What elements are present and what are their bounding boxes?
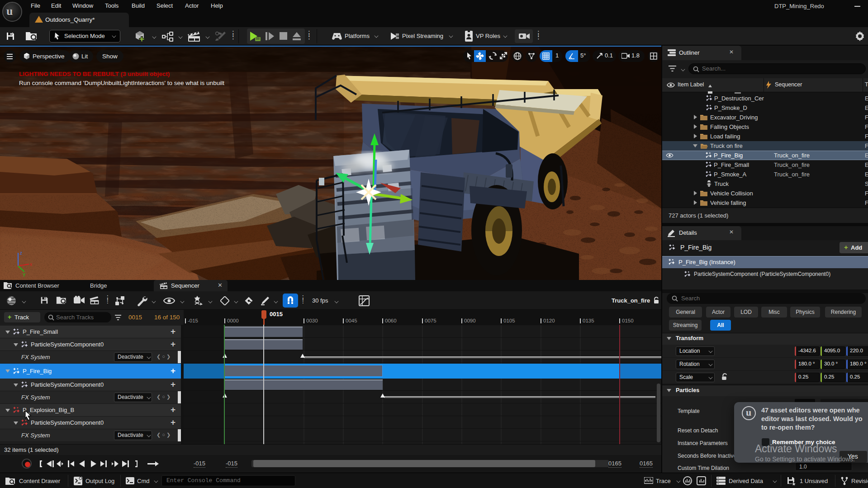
svg-text:z: z <box>20 251 22 256</box>
svg-text:Y: Y <box>23 273 26 278</box>
svg-text:x: x <box>30 262 32 267</box>
